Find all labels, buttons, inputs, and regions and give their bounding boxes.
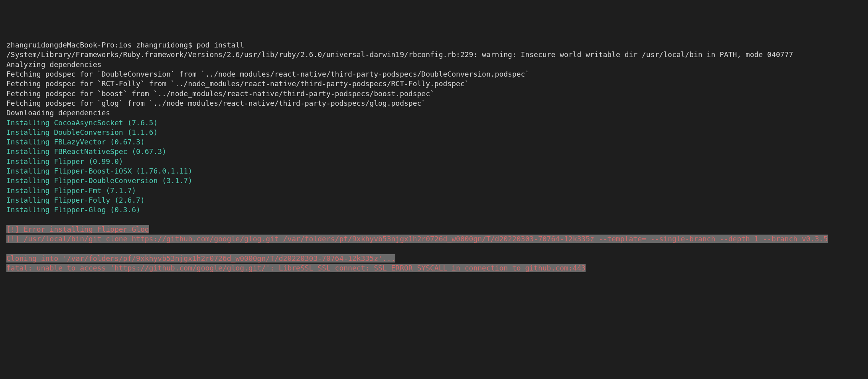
install-line: Installing Flipper-Fmt (7.1.7) — [6, 186, 862, 195]
fetch-line: Fetching podspec for `boost` from `../no… — [6, 89, 862, 99]
error-block: [!] Error installing Flipper-Glog [!] /u… — [6, 225, 828, 272]
terminal-output[interactable]: zhangruidongdeMacBook-Pro:ios zhangruido… — [6, 40, 862, 273]
error-line: fatal: unable to access 'https://github.… — [6, 264, 586, 272]
install-line: Installing Flipper-Glog (0.3.6) — [6, 205, 862, 215]
install-line: Installing CocoaAsyncSocket (7.6.5) — [6, 118, 862, 128]
fetch-line: Fetching podspec for `DoubleConversion` … — [6, 69, 862, 79]
warning-line: /System/Library/Frameworks/Ruby.framewor… — [6, 50, 862, 59]
blank-line — [6, 215, 862, 225]
install-line: Installing FBLazyVector (0.67.3) — [6, 137, 862, 147]
analyzing-line: Analyzing dependencies — [6, 60, 862, 69]
error-line: [!] Error installing Flipper-Glog — [6, 225, 149, 233]
prompt-line: zhangruidongdeMacBook-Pro:ios zhangruido… — [6, 40, 862, 50]
install-line: Installing Flipper-Boost-iOSX (1.76.0.1.… — [6, 166, 862, 176]
error-line: Cloning into '/var/folders/pf/9xkhyvb53n… — [6, 254, 395, 263]
error-line: [!] /usr/local/bin/git clone https://git… — [6, 235, 828, 243]
install-line: Installing Flipper-Folly (2.6.7) — [6, 195, 862, 205]
install-line: Installing DoubleConversion (1.1.6) — [6, 128, 862, 137]
fetch-line: Fetching podspec for `glog` from `../nod… — [6, 99, 862, 108]
install-line: Installing FBReactNativeSpec (0.67.3) — [6, 147, 862, 156]
fetch-line: Fetching podspec for `RCT-Folly` from `.… — [6, 79, 862, 89]
install-line: Installing Flipper-DoubleConversion (3.1… — [6, 176, 862, 186]
downloading-line: Downloading dependencies — [6, 108, 862, 118]
install-line: Installing Flipper (0.99.0) — [6, 157, 862, 166]
